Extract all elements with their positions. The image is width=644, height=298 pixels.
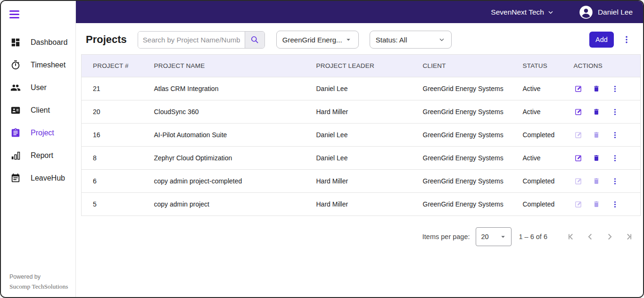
user-name: Daniel Lee — [598, 8, 633, 17]
delete-button — [592, 199, 601, 209]
edit-button[interactable] — [574, 153, 583, 163]
cell-client: GreenGrid Energy Systems — [412, 77, 512, 100]
client-filter-select[interactable]: GreenGrid Energ... — [276, 31, 359, 49]
search-group — [138, 31, 265, 49]
table-row: 16 AI-Pilot Automation Suite Daniel Lee … — [82, 124, 641, 147]
cell-status: Completed — [512, 170, 562, 193]
status-filter-value: Status: All — [376, 36, 407, 44]
row-kebab-icon[interactable] — [610, 199, 619, 209]
delete-button[interactable] — [592, 107, 601, 116]
table-header-row: PROJECT # PROJECT NAME PROJECT LEADER CL… — [82, 55, 641, 77]
cell-client: GreenGrid Energy Systems — [412, 170, 512, 193]
sidebar-item-label: Report — [31, 151, 53, 160]
dashboard-icon — [10, 37, 21, 48]
row-kebab-icon[interactable] — [610, 153, 619, 163]
sidebar-item-project[interactable]: Project — [1, 122, 75, 144]
sidebar-item-dashboard[interactable]: Dashboard — [1, 31, 75, 54]
last-page-button[interactable] — [623, 231, 635, 242]
cell-project-number: 8 — [82, 147, 143, 170]
toolbar-right: Add — [589, 32, 638, 48]
add-button[interactable]: Add — [589, 32, 614, 48]
clipboard-icon — [10, 128, 21, 138]
user-menu[interactable]: Daniel Lee — [579, 5, 633, 19]
kebab-dots — [611, 85, 619, 93]
menu-toggle-button[interactable] — [9, 8, 22, 20]
topbar: SevenNext Tech Daniel Lee — [76, 1, 643, 23]
cell-project-name: AI-Pilot Automation Suite — [143, 124, 305, 147]
projects-table: PROJECT # PROJECT NAME PROJECT LEADER CL… — [81, 54, 641, 216]
edit-button — [574, 199, 583, 209]
col-project-leader: PROJECT LEADER — [305, 55, 412, 77]
cell-project-leader: Daniel Lee — [305, 124, 412, 147]
kebab-dots — [611, 177, 619, 185]
cell-project-number: 5 — [82, 193, 143, 216]
search-input[interactable] — [138, 32, 245, 48]
items-per-page-select[interactable]: 20 — [476, 227, 512, 246]
trash-icon — [593, 177, 600, 185]
row-kebab-icon[interactable] — [610, 130, 619, 140]
table-row: 6 copy admin project-completed Hard Mill… — [82, 170, 641, 193]
more-options-kebab-icon[interactable] — [620, 33, 633, 46]
page-range-label: 1 – 6 of 6 — [519, 233, 547, 240]
cell-status: Active — [512, 100, 562, 124]
next-page-button[interactable] — [604, 231, 615, 242]
row-kebab-icon[interactable] — [610, 107, 619, 116]
cell-actions — [562, 147, 641, 170]
main-area: SevenNext Tech Daniel Lee Projects — [76, 1, 643, 297]
sidebar-item-leavehub[interactable]: LeaveHub — [1, 167, 75, 190]
edit-button[interactable] — [574, 107, 583, 116]
col-project-number: PROJECT # — [82, 55, 143, 77]
edit-icon — [574, 177, 582, 185]
kebab-dots — [611, 108, 619, 116]
bar-chart-icon — [10, 150, 21, 161]
table-row: 21 Atlas CRM Integration Daniel Lee Gree… — [82, 77, 641, 100]
caret-down-icon — [344, 35, 353, 44]
search-button[interactable] — [245, 32, 264, 48]
sidebar-item-label: Project — [31, 129, 54, 137]
sidebar-item-user[interactable]: User — [1, 76, 75, 99]
edit-icon — [574, 200, 582, 208]
cell-project-leader: Hard Miller — [305, 170, 412, 193]
trash-icon — [593, 131, 600, 139]
sidebar-nav: Dashboard Timesheet User Client — [1, 31, 75, 190]
sidebar-item-timesheet[interactable]: Timesheet — [1, 54, 75, 76]
cell-project-name: Zephyr Cloud Optimization — [143, 147, 305, 170]
edit-icon — [574, 154, 582, 162]
trash-icon — [593, 108, 600, 116]
status-filter-select[interactable]: Status: All — [370, 31, 452, 49]
cell-client: GreenGrid Energy Systems — [412, 124, 512, 147]
powered-by-line2: Sucomp TechSolutions — [9, 283, 68, 290]
col-project-name: PROJECT NAME — [143, 55, 305, 77]
row-kebab-icon[interactable] — [610, 176, 619, 186]
cell-project-number: 16 — [82, 124, 143, 147]
contact-card-icon — [10, 105, 21, 116]
company-name: SevenNext Tech — [491, 8, 544, 17]
sidebar-item-label: Client — [31, 106, 50, 115]
edit-button — [574, 130, 583, 140]
client-filter-value: GreenGrid Energ... — [282, 36, 342, 44]
edit-icon — [574, 108, 582, 116]
delete-button — [592, 176, 601, 186]
cell-actions — [562, 124, 641, 147]
sidebar-item-report[interactable]: Report — [1, 144, 75, 167]
cell-actions — [562, 170, 641, 193]
sidebar-item-client[interactable]: Client — [1, 99, 75, 122]
cell-status: Active — [512, 147, 562, 170]
caret-down-icon — [499, 232, 507, 241]
company-selector[interactable]: SevenNext Tech — [491, 8, 554, 17]
previous-page-button[interactable] — [585, 231, 596, 242]
first-page-button[interactable] — [565, 231, 577, 242]
edit-button[interactable] — [574, 84, 583, 93]
table-row: 20 CloudSync 360 Hard Miller GreenGrid E… — [82, 100, 641, 124]
cell-project-leader: Daniel Lee — [305, 77, 412, 100]
cell-client: GreenGrid Energy Systems — [412, 100, 512, 124]
trash-icon — [593, 154, 600, 162]
calendar-icon — [10, 173, 21, 183]
sidebar: Dashboard Timesheet User Client — [1, 1, 76, 297]
row-kebab-icon[interactable] — [610, 84, 619, 93]
delete-button[interactable] — [592, 84, 601, 93]
projects-toolbar: Projects GreenGrid Energ... — [81, 31, 638, 49]
sidebar-item-label: LeaveHub — [31, 174, 65, 182]
cell-project-number: 21 — [82, 77, 143, 100]
delete-button[interactable] — [592, 153, 601, 163]
